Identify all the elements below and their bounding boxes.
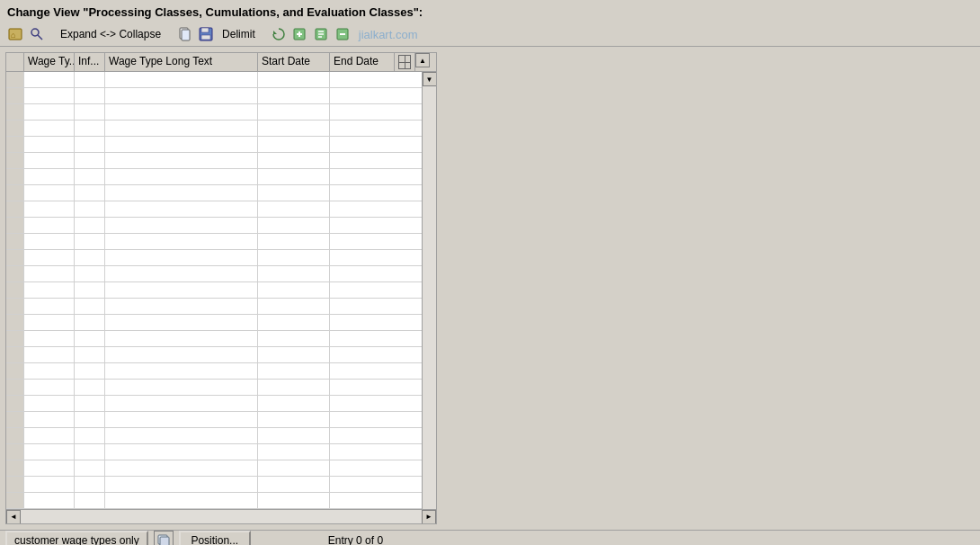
cell-long-text[interactable] <box>105 218 258 233</box>
table-row[interactable] <box>6 477 422 493</box>
cell-wage-ty[interactable] <box>24 88 75 103</box>
cell-inf[interactable] <box>75 412 105 427</box>
cell-long-text[interactable] <box>105 72 258 87</box>
toolbar-green-icon1[interactable] <box>290 25 310 43</box>
cell-end-date[interactable] <box>330 299 395 314</box>
cell-start-date[interactable] <box>258 201 330 217</box>
cell-end-date[interactable] <box>330 412 395 427</box>
cell-end-date[interactable] <box>330 396 395 411</box>
cell-long-text[interactable] <box>105 315 258 330</box>
cell-end-date[interactable] <box>330 218 395 233</box>
cell-wage-ty[interactable] <box>24 347 75 362</box>
cell-inf[interactable] <box>75 315 105 330</box>
cell-long-text[interactable] <box>105 137 258 152</box>
cell-long-text[interactable] <box>105 88 258 103</box>
cell-wage-ty[interactable] <box>24 104 75 120</box>
table-row[interactable] <box>6 169 422 185</box>
table-row[interactable] <box>6 282 422 299</box>
table-row[interactable] <box>6 218 422 234</box>
cell-wage-ty[interactable] <box>24 493 75 508</box>
toolbar-icon-1[interactable]: ⌂ <box>5 25 25 43</box>
cell-wage-ty[interactable] <box>24 137 75 152</box>
table-row[interactable] <box>6 347 422 363</box>
scroll-up-arrow[interactable]: ▲ <box>415 53 430 67</box>
cell-inf[interactable] <box>75 444 105 460</box>
cell-start-date[interactable] <box>258 460 330 476</box>
cell-long-text[interactable] <box>105 493 258 508</box>
cell-end-date[interactable] <box>330 201 395 217</box>
cell-start-date[interactable] <box>258 121 330 136</box>
cell-start-date[interactable] <box>258 234 330 249</box>
cell-long-text[interactable] <box>105 121 258 136</box>
cell-inf[interactable] <box>75 428 105 443</box>
cell-wage-ty[interactable] <box>24 169 75 184</box>
cell-inf[interactable] <box>75 282 105 298</box>
cell-wage-ty[interactable] <box>24 315 75 330</box>
table-row[interactable] <box>6 88 422 104</box>
table-row[interactable] <box>6 185 422 201</box>
cell-end-date[interactable] <box>330 331 395 346</box>
col-header-end-date[interactable]: End Date <box>330 53 395 71</box>
cell-wage-ty[interactable] <box>24 234 75 249</box>
cell-wage-ty[interactable] <box>24 266 75 281</box>
cell-long-text[interactable] <box>105 299 258 314</box>
scroll-left-arrow[interactable]: ◄ <box>6 510 21 524</box>
cell-long-text[interactable] <box>105 234 258 249</box>
cell-start-date[interactable] <box>258 72 330 87</box>
cell-wage-ty[interactable] <box>24 331 75 346</box>
cell-start-date[interactable] <box>258 185 330 201</box>
cell-start-date[interactable] <box>258 282 330 298</box>
table-row[interactable] <box>6 460 422 477</box>
cell-start-date[interactable] <box>258 493 330 508</box>
cell-wage-ty[interactable] <box>24 250 75 265</box>
cell-start-date[interactable] <box>258 396 330 411</box>
cell-long-text[interactable] <box>105 412 258 427</box>
cell-wage-ty[interactable] <box>24 380 75 395</box>
table-row[interactable] <box>6 104 422 121</box>
cell-end-date[interactable] <box>330 444 395 460</box>
scroll-right-arrow[interactable]: ► <box>422 510 436 524</box>
cell-inf[interactable] <box>75 104 105 120</box>
toolbar-copy-icon[interactable] <box>174 25 194 43</box>
cell-inf[interactable] <box>75 347 105 362</box>
cell-end-date[interactable] <box>330 153 395 168</box>
cell-end-date[interactable] <box>330 137 395 152</box>
col-header-settings[interactable] <box>395 53 414 71</box>
scroll-down-arrow[interactable]: ▼ <box>423 72 437 86</box>
table-row[interactable] <box>6 331 422 347</box>
cell-inf[interactable] <box>75 460 105 476</box>
cell-start-date[interactable] <box>258 428 330 443</box>
cell-wage-ty[interactable] <box>24 477 75 492</box>
cell-start-date[interactable] <box>258 104 330 120</box>
cell-long-text[interactable] <box>105 201 258 217</box>
cell-start-date[interactable] <box>258 88 330 103</box>
cell-start-date[interactable] <box>258 331 330 346</box>
cell-start-date[interactable] <box>258 477 330 492</box>
cell-long-text[interactable] <box>105 153 258 168</box>
cell-start-date[interactable] <box>258 266 330 281</box>
cell-wage-ty[interactable] <box>24 428 75 443</box>
cell-start-date[interactable] <box>258 153 330 168</box>
cell-start-date[interactable] <box>258 412 330 427</box>
cell-end-date[interactable] <box>330 72 395 87</box>
cell-inf[interactable] <box>75 363 105 379</box>
cell-end-date[interactable] <box>330 460 395 476</box>
table-row[interactable] <box>6 315 422 331</box>
toolbar-icon-2[interactable] <box>27 25 47 43</box>
cell-end-date[interactable] <box>330 493 395 508</box>
cell-wage-ty[interactable] <box>24 153 75 168</box>
cell-long-text[interactable] <box>105 444 258 460</box>
cell-end-date[interactable] <box>330 380 395 395</box>
cell-long-text[interactable] <box>105 380 258 395</box>
toolbar-refresh-icon[interactable] <box>269 25 289 43</box>
table-row[interactable] <box>6 428 422 444</box>
cell-inf[interactable] <box>75 201 105 217</box>
cell-wage-ty[interactable] <box>24 363 75 379</box>
table-row[interactable] <box>6 201 422 218</box>
cell-start-date[interactable] <box>258 137 330 152</box>
col-header-long-text[interactable]: Wage Type Long Text <box>105 53 258 71</box>
cell-inf[interactable] <box>75 234 105 249</box>
cell-end-date[interactable] <box>330 347 395 362</box>
cell-long-text[interactable] <box>105 266 258 281</box>
cell-start-date[interactable] <box>258 218 330 233</box>
